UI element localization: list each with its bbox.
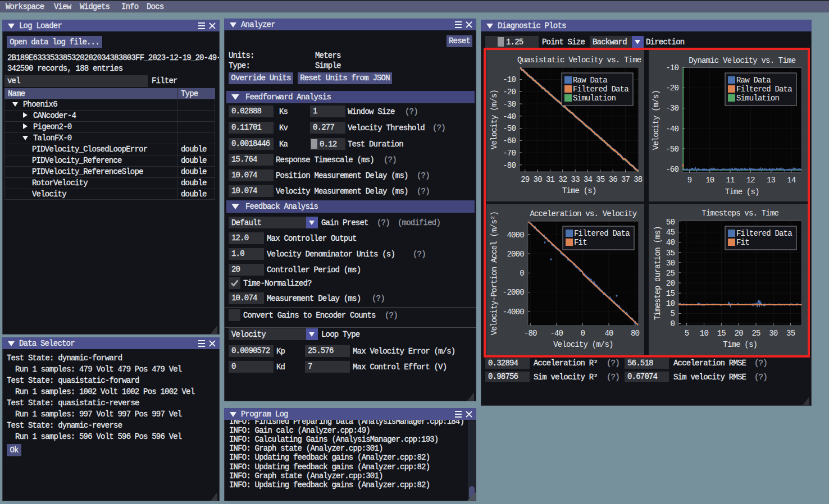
svg-text:Fit: Fit [736, 238, 749, 247]
svg-text:40: 40 [604, 329, 613, 338]
svg-text:10: 10 [666, 299, 675, 308]
svg-text:Filtered Data: Filtered Data [736, 85, 792, 94]
svg-text:0: 0 [670, 319, 675, 328]
svg-text:-80: -80 [524, 329, 537, 338]
svg-text:37: 37 [621, 175, 630, 184]
svg-text:Filtered Data: Filtered Data [736, 229, 792, 238]
svg-text:Timestep duration (ms): Timestep duration (ms) [653, 226, 662, 320]
svg-text:-10: -10 [666, 63, 678, 72]
svg-text:11: 11 [726, 176, 735, 185]
svg-text:38: 38 [634, 175, 643, 184]
svg-text:Dynamic Velocity vs. Time: Dynamic Velocity vs. Time [689, 56, 795, 65]
svg-text:Simulation: Simulation [736, 94, 779, 103]
svg-text:25: 25 [666, 269, 675, 278]
svg-text:30: 30 [534, 175, 543, 184]
svg-text:5: 5 [670, 309, 675, 318]
svg-text:-70: -70 [503, 149, 516, 158]
svg-text:Velocity (m/s): Velocity (m/s) [652, 90, 661, 150]
svg-text:13: 13 [767, 176, 776, 185]
svg-text:36: 36 [609, 175, 618, 184]
svg-text:50: 50 [666, 218, 675, 227]
svg-text:Velocity (m/s): Velocity (m/s) [553, 340, 613, 349]
svg-text:-60: -60 [666, 165, 678, 174]
svg-text:-40: -40 [550, 329, 563, 338]
svg-text:40: 40 [666, 238, 675, 247]
svg-text:-30: -30 [503, 100, 516, 109]
svg-text:-50: -50 [503, 124, 516, 133]
svg-text:35: 35 [596, 175, 605, 184]
svg-text:Time (s): Time (s) [723, 340, 757, 349]
svg-text:Filtered Data: Filtered Data [574, 229, 630, 238]
svg-text:30: 30 [666, 259, 675, 268]
svg-text:35: 35 [666, 249, 675, 258]
svg-text:Fit: Fit [574, 238, 587, 247]
svg-text:2000: 2000 [507, 250, 524, 259]
svg-text:15: 15 [666, 289, 675, 298]
svg-text:Filtered Data: Filtered Data [573, 85, 628, 94]
svg-text:34: 34 [584, 175, 593, 184]
svg-text:-40: -40 [503, 112, 516, 121]
svg-text:-30: -30 [666, 104, 678, 113]
svg-text:-60: -60 [503, 136, 516, 145]
svg-text:0: 0 [520, 269, 524, 278]
svg-text:80: 80 [631, 329, 640, 338]
svg-text:Raw Data: Raw Data [736, 76, 771, 85]
svg-text:31: 31 [546, 175, 555, 184]
svg-text:14: 14 [787, 176, 796, 185]
svg-text:29: 29 [521, 175, 530, 184]
svg-text:-4000: -4000 [503, 308, 524, 317]
svg-text:Quasistatic Velocity vs. Time: Quasistatic Velocity vs. Time [517, 56, 641, 65]
svg-text:-50: -50 [666, 145, 678, 154]
svg-text:-40: -40 [666, 125, 678, 134]
svg-text:Velocity-Portion Accel (m/s²): Velocity-Portion Accel (m/s²) [490, 212, 499, 335]
svg-text:25: 25 [751, 329, 760, 338]
svg-text:Timesteps vs. Time: Timesteps vs. Time [702, 209, 778, 218]
svg-text:Time (s): Time (s) [725, 187, 759, 196]
svg-text:30: 30 [769, 329, 778, 338]
svg-text:-20: -20 [666, 84, 678, 93]
svg-text:10: 10 [700, 329, 709, 338]
svg-text:15: 15 [717, 329, 726, 338]
svg-text:0: 0 [581, 329, 585, 338]
svg-text:20: 20 [666, 279, 675, 288]
svg-text:Simulation: Simulation [573, 94, 616, 103]
svg-text:12: 12 [746, 176, 755, 185]
svg-text:Acceleration vs. Velocity: Acceleration vs. Velocity [530, 209, 636, 218]
svg-text:5: 5 [685, 329, 689, 338]
svg-text:20: 20 [735, 329, 744, 338]
svg-text:32: 32 [558, 175, 567, 184]
svg-text:Velocity (m/s): Velocity (m/s) [490, 90, 499, 149]
svg-text:-20: -20 [503, 88, 516, 97]
svg-text:4000: 4000 [507, 231, 524, 240]
svg-text:9: 9 [687, 176, 692, 185]
svg-text:33: 33 [571, 175, 580, 184]
svg-text:-80: -80 [503, 161, 516, 170]
svg-text:-10: -10 [503, 75, 516, 84]
svg-text:Time (s): Time (s) [562, 186, 596, 195]
svg-text:Raw Data: Raw Data [573, 76, 607, 85]
svg-text:45: 45 [666, 228, 675, 237]
svg-text:35: 35 [786, 329, 795, 338]
svg-text:10: 10 [705, 176, 714, 185]
svg-text:-2000: -2000 [503, 288, 524, 297]
